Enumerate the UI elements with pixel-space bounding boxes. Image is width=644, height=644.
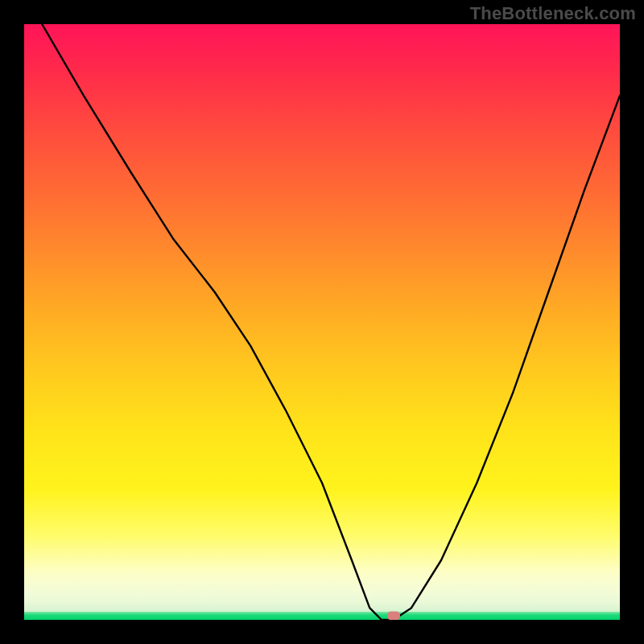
plot-area — [24, 24, 620, 620]
watermark-text: TheBottleneck.com — [470, 3, 636, 24]
bottleneck-curve — [24, 24, 620, 620]
curve-path — [42, 24, 620, 620]
chart-frame: TheBottleneck.com — [0, 0, 644, 644]
optimal-point-marker — [387, 611, 400, 620]
